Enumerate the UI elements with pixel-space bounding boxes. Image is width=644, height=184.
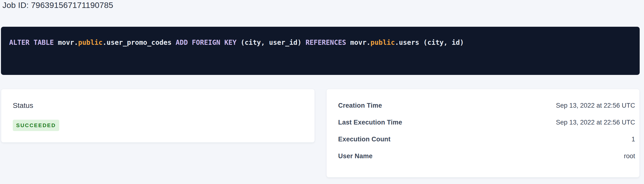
status-succeeded-badge: SUCCEEDED bbox=[13, 120, 59, 131]
detail-row-label: Creation Time bbox=[338, 102, 382, 109]
status-card-heading: Status bbox=[13, 101, 303, 110]
job-details-page: Job ID: 796391567171190785 ALTER TABLE m… bbox=[0, 0, 644, 184]
sql-token-ident: movr. bbox=[350, 38, 370, 46]
sql-token-ident: (city, user_id) bbox=[240, 38, 306, 46]
sql-statement-box: ALTER TABLE movr.public.user_promo_codes… bbox=[1, 27, 640, 75]
detail-row-value: root bbox=[624, 152, 635, 160]
sql-token-ident: movr. bbox=[58, 38, 78, 46]
detail-row: Execution Count1 bbox=[338, 134, 635, 144]
sql-statement-code: ALTER TABLE movr.public.user_promo_codes… bbox=[9, 38, 632, 47]
detail-row: Creation TimeSep 13, 2022 at 22:56 UTC bbox=[338, 101, 635, 110]
sql-token-schema: public bbox=[78, 38, 102, 46]
sql-token-schema: public bbox=[370, 38, 395, 46]
sql-token-keyword: ADD FOREIGN KEY bbox=[176, 38, 240, 46]
sql-token-keyword: ALTER TABLE bbox=[9, 38, 58, 46]
sql-token-keyword: REFERENCES bbox=[306, 38, 350, 46]
status-card: Status SUCCEEDED bbox=[1, 89, 315, 142]
detail-row-label: User Name bbox=[338, 152, 372, 160]
job-details-card: Creation TimeSep 13, 2022 at 22:56 UTCLa… bbox=[326, 89, 640, 178]
detail-row-value: 1 bbox=[632, 136, 635, 143]
sql-token-ident: .users (city, id) bbox=[395, 38, 464, 46]
detail-row-value: Sep 13, 2022 at 22:56 UTC bbox=[556, 102, 635, 109]
detail-row: Last Execution TimeSep 13, 2022 at 22:56… bbox=[338, 118, 635, 127]
detail-row-label: Last Execution Time bbox=[338, 119, 402, 126]
detail-row-label: Execution Count bbox=[338, 136, 391, 143]
sql-token-ident: .user_promo_codes bbox=[102, 38, 176, 46]
detail-row-value: Sep 13, 2022 at 22:56 UTC bbox=[556, 119, 635, 126]
detail-row: User Nameroot bbox=[338, 151, 635, 161]
job-id-title: Job ID: 796391567171190785 bbox=[2, 0, 113, 10]
